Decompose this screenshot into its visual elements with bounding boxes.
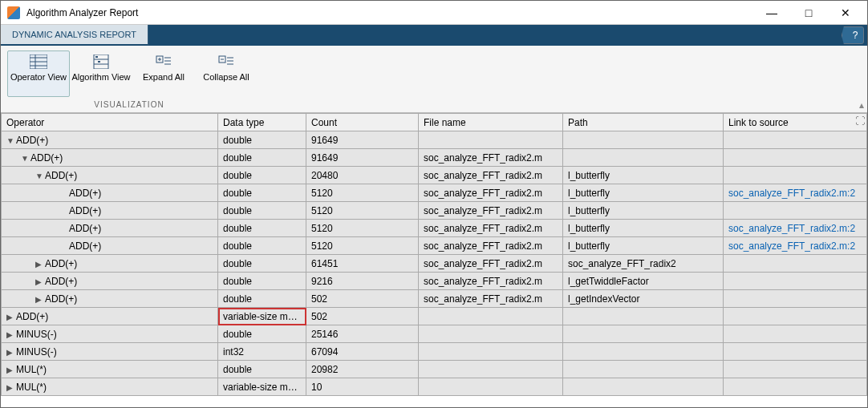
table-row[interactable]: ADD(+)double5120soc_analyze_FFT_radix2.m… <box>2 220 867 237</box>
collapse-all-button[interactable]: Collapse All <box>195 50 258 97</box>
cell-link[interactable]: soc_analyze_FFT_radix2.m:2 <box>724 220 867 237</box>
col-filename[interactable]: File name <box>419 114 563 131</box>
tree-closed-icon[interactable]: ▶ <box>6 330 14 339</box>
cell-filename: soc_analyze_FFT_radix2.m <box>419 290 563 308</box>
source-link[interactable]: soc_analyze_FFT_radix2.m:2 <box>728 188 855 199</box>
svg-rect-9 <box>98 61 100 63</box>
operator-text: ADD(+) <box>45 293 77 305</box>
data-grid: Operator Data type Count File name Path … <box>1 113 867 396</box>
cell-operator[interactable]: ▼ADD(+) <box>2 149 218 167</box>
operator-view-button[interactable]: Operator View <box>7 50 70 97</box>
operator-view-label: Operator View <box>10 72 67 82</box>
tree-closed-icon[interactable]: ▶ <box>35 277 43 286</box>
col-path[interactable]: Path <box>563 114 724 131</box>
cell-filename <box>419 325 563 343</box>
minimize-button[interactable]: — <box>753 1 790 25</box>
cell-datatype: double <box>218 167 306 184</box>
cell-count: 20982 <box>306 361 419 378</box>
table-row[interactable]: ADD(+)double5120soc_analyze_FFT_radix2.m… <box>2 237 867 255</box>
tree-open-icon[interactable]: ▼ <box>35 172 43 180</box>
operator-view-icon <box>30 55 47 69</box>
cell-filename: soc_analyze_FFT_radix2.m <box>419 273 563 290</box>
cell-filename: soc_analyze_FFT_radix2.m <box>419 149 563 167</box>
cell-operator[interactable]: ▶ADD(+) <box>2 308 218 325</box>
ribbon-collapse-icon[interactable]: ▴ <box>859 99 864 111</box>
cell-path <box>563 325 724 343</box>
cell-path: l_butterfly <box>563 167 724 184</box>
table-row[interactable]: ▶MUL(*)variable-size ma…10 <box>2 378 867 396</box>
cell-path <box>563 361 724 378</box>
table-row[interactable]: ▼ADD(+)double91649 <box>2 131 867 149</box>
tree-open-icon[interactable]: ▼ <box>21 154 29 163</box>
operator-text: ADD(+) <box>69 188 101 199</box>
cell-datatype: double <box>218 220 306 237</box>
close-button[interactable]: ✕ <box>827 1 864 25</box>
cell-filename <box>419 361 563 378</box>
cell-operator[interactable]: ADD(+) <box>2 220 218 237</box>
collapse-all-label: Collapse All <box>203 72 249 82</box>
cell-operator[interactable]: ▶MINUS(-) <box>2 325 218 343</box>
cell-link <box>724 202 867 220</box>
table-row[interactable]: ▶MUL(*)double20982 <box>2 361 867 378</box>
col-operator[interactable]: Operator <box>2 114 218 131</box>
tree-closed-icon[interactable]: ▶ <box>6 366 14 374</box>
source-link[interactable]: soc_analyze_FFT_radix2.m:2 <box>728 223 855 234</box>
tabstrip: DYNAMIC ANALYSIS REPORT ? <box>1 25 867 46</box>
cell-operator[interactable]: ADD(+) <box>2 184 218 202</box>
table-row[interactable]: ▶ADD(+)variable-size ma…502 <box>2 308 867 325</box>
algorithm-view-button[interactable]: Algorithm View <box>70 50 132 97</box>
col-link[interactable]: Link to source⛶ <box>724 114 867 131</box>
table-row[interactable]: ADD(+)double5120soc_analyze_FFT_radix2.m… <box>2 202 867 220</box>
cell-operator[interactable]: ▶ADD(+) <box>2 255 218 273</box>
table-row[interactable]: ▼ADD(+)double91649soc_analyze_FFT_radix2… <box>2 149 867 167</box>
cell-operator[interactable]: ADD(+) <box>2 237 218 255</box>
table-row[interactable]: ▶MINUS(-)int3267094 <box>2 343 867 361</box>
cell-count: 5120 <box>306 202 419 220</box>
cell-link <box>724 131 867 149</box>
table-row[interactable]: ▼ADD(+)double20480soc_analyze_FFT_radix2… <box>2 167 867 184</box>
tree-closed-icon[interactable]: ▶ <box>35 295 43 304</box>
cell-filename: soc_analyze_FFT_radix2.m <box>419 167 563 184</box>
tree-closed-icon[interactable]: ▶ <box>6 313 14 321</box>
cell-link[interactable]: soc_analyze_FFT_radix2.m:2 <box>724 184 867 202</box>
maximize-button[interactable]: □ <box>790 1 827 25</box>
cell-operator[interactable]: ▶MUL(*) <box>2 378 218 396</box>
cell-filename: soc_analyze_FFT_radix2.m <box>419 184 563 202</box>
tree-closed-icon[interactable]: ▶ <box>35 260 43 269</box>
app-icon <box>7 6 20 19</box>
cell-link[interactable]: soc_analyze_FFT_radix2.m:2 <box>724 237 867 255</box>
cell-path <box>563 131 724 149</box>
toolstrip: Operator View Algorithm View Expand All … <box>1 46 867 113</box>
table-row[interactable]: ▶ADD(+)double502soc_analyze_FFT_radix2.m… <box>2 290 867 308</box>
help-button[interactable]: ? <box>842 26 864 44</box>
source-link[interactable]: soc_analyze_FFT_radix2.m:2 <box>728 240 855 252</box>
header-row: Operator Data type Count File name Path … <box>2 114 867 131</box>
table-row[interactable]: ▶ADD(+)double9216soc_analyze_FFT_radix2.… <box>2 273 867 290</box>
cell-operator[interactable]: ▶MUL(*) <box>2 361 218 378</box>
operator-text: ADD(+) <box>45 170 77 181</box>
fullscreen-icon[interactable]: ⛶ <box>855 115 865 127</box>
cell-operator[interactable]: ▼ADD(+) <box>2 131 218 149</box>
expand-all-button[interactable]: Expand All <box>132 50 195 97</box>
tree-open-icon[interactable]: ▼ <box>6 136 14 145</box>
col-datatype[interactable]: Data type <box>218 114 306 131</box>
operator-text: ADD(+) <box>45 258 77 269</box>
cell-datatype: double <box>218 237 306 255</box>
table-row[interactable]: ▶MINUS(-)double25146 <box>2 325 867 343</box>
col-link-label: Link to source <box>728 117 789 128</box>
cell-operator[interactable]: ▶ADD(+) <box>2 290 218 308</box>
tree-closed-icon[interactable]: ▶ <box>6 383 14 392</box>
table-row[interactable]: ▶ADD(+)double61451soc_analyze_FFT_radix2… <box>2 255 867 273</box>
window-title: Algorithm Analyzer Report <box>26 7 753 18</box>
cell-operator[interactable]: ▶MINUS(-) <box>2 343 218 361</box>
cell-operator[interactable]: ▶ADD(+) <box>2 273 218 290</box>
cell-operator[interactable]: ▼ADD(+) <box>2 167 218 184</box>
tab-dynamic-analysis-report[interactable]: DYNAMIC ANALYSIS REPORT <box>1 25 148 46</box>
cell-link <box>724 325 867 343</box>
cell-datatype: double <box>218 202 306 220</box>
col-count[interactable]: Count <box>306 114 419 131</box>
tree-closed-icon[interactable]: ▶ <box>6 348 14 357</box>
cell-operator[interactable]: ADD(+) <box>2 202 218 220</box>
table-row[interactable]: ADD(+)double5120soc_analyze_FFT_radix2.m… <box>2 184 867 202</box>
cell-path <box>563 308 724 325</box>
